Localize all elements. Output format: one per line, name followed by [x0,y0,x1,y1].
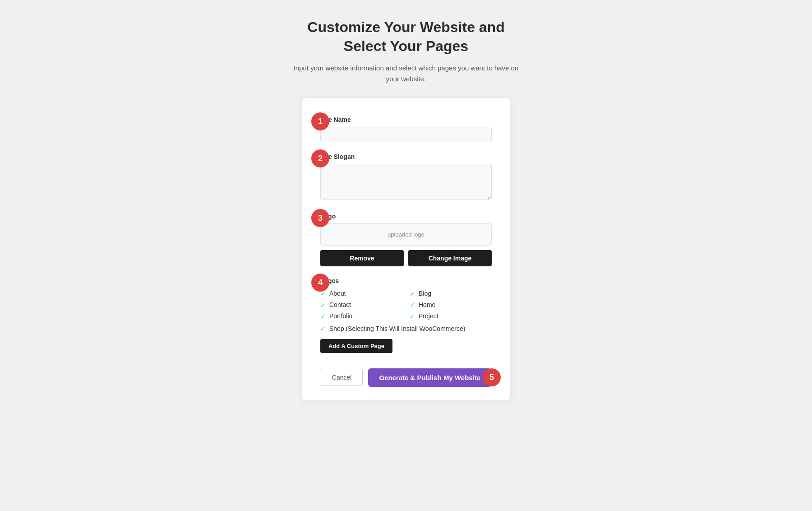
page-item-contact[interactable]: ✓ Contact [320,301,402,309]
page-item-blog[interactable]: ✓ Blog [410,290,492,297]
page-label-shop: Shop (Selecting This Will Install WooCom… [329,325,465,334]
publish-button[interactable]: Generate & Publish My Website [368,368,491,387]
check-icon-contact: ✓ [320,302,326,309]
page-item-portfolio[interactable]: ✓ Portfolio [320,312,402,320]
page-label-contact: Contact [329,301,351,308]
logo-placeholder-text: uploaded logo [388,231,424,238]
step-5-badge: 5 [483,368,501,386]
logo-label: Logo [320,213,492,220]
step-1-badge: 1 [311,112,329,130]
page-label-about: About [329,290,346,297]
add-custom-page-button[interactable]: Add A Custom Page [320,339,392,353]
page-subtitle: Input your website information and selec… [293,63,519,84]
page-title: Customize Your Website and Select Your P… [293,18,519,56]
check-icon-shop: ✓ [320,325,326,332]
site-slogan-textarea[interactable] [320,164,492,200]
check-icon-home: ✓ [410,302,415,309]
change-image-button[interactable]: Change Image [408,250,492,266]
page-label-blog: Blog [419,290,431,297]
page-item-shop[interactable]: ✓ Shop (Selecting This Will Install WooC… [320,325,492,334]
pages-grid: ✓ About ✓ Blog ✓ Contact ✓ Home ✓ Portfo… [320,290,492,320]
page-label-home: Home [419,301,435,308]
page-item-about[interactable]: ✓ About [320,290,402,297]
page-item-home[interactable]: ✓ Home [410,301,492,309]
logo-preview: uploaded logo [320,223,492,246]
check-icon-project: ✓ [410,313,415,320]
logo-section: 3 Logo uploaded logo Remove Change Image [320,213,492,266]
check-icon-portfolio: ✓ [320,313,326,320]
page-header: Customize Your Website and Select Your P… [293,18,519,84]
site-name-label: Site Name [320,116,492,123]
logo-buttons: Remove Change Image [320,250,492,266]
site-slogan-label: Site Slogan [320,153,492,160]
pages-label: Pages [320,277,492,284]
pages-section: 4 Pages ✓ About ✓ Blog ✓ Contact ✓ Home … [320,277,492,353]
check-icon-blog: ✓ [410,290,415,297]
step-2-badge: 2 [311,149,329,167]
site-slogan-section: 2 Site Slogan [320,153,492,202]
form-card: 1 Site Name 2 Site Slogan 3 Logo uploade… [302,98,510,400]
cancel-button[interactable]: Cancel [321,369,363,386]
step-4-badge: 4 [311,274,329,292]
site-name-input[interactable] [320,127,492,142]
site-name-section: 1 Site Name [320,116,492,142]
remove-button[interactable]: Remove [320,250,404,266]
form-footer: Cancel Generate & Publish My Website 5 [320,364,492,387]
step-3-badge: 3 [311,209,329,227]
page-label-project: Project [419,312,438,320]
page-item-project[interactable]: ✓ Project [410,312,492,320]
page-label-portfolio: Portfolio [329,312,352,320]
